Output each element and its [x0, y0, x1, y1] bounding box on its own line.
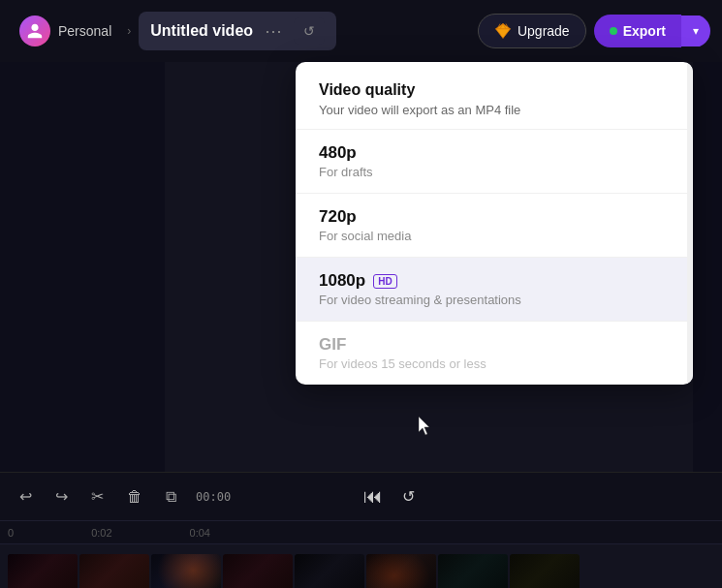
title-area: Untitled video ⋯ ↺ [139, 12, 336, 50]
quality-gif-label: GIF [319, 335, 670, 355]
play-button[interactable]: ↺ [402, 487, 415, 506]
controls-bar: ↩ ↪ ✂ 🗑 ⧉ 00:00 ⏮ ↺ [0, 472, 722, 520]
personal-label: Personal [58, 23, 111, 39]
quality-720p-desc: For social media [319, 229, 670, 243]
thumb-frame-1: 🔊 [8, 554, 78, 588]
quality-1080p-desc: For video streaming & presentations [319, 293, 670, 307]
timeline-track[interactable]: 🔊 [0, 544, 722, 588]
dropdown-header: Video quality Your video will export as … [296, 62, 693, 130]
thumb-frame-4 [223, 554, 293, 588]
diamond-icon [494, 22, 512, 40]
quality-480p-label: 480p [319, 143, 670, 163]
upgrade-label: Upgrade [518, 23, 570, 39]
export-status-dot [610, 27, 617, 35]
thumb-frame-5 [295, 554, 364, 588]
skip-back-button[interactable]: ⏮ [363, 485, 383, 508]
scrollbar[interactable] [687, 62, 693, 385]
history-button[interactable]: ↺ [294, 17, 325, 45]
quality-option-gif[interactable]: GIF For videos 15 seconds or less [296, 322, 693, 385]
quality-gif-desc: For videos 15 seconds or less [319, 356, 670, 371]
dropdown-title: Video quality [319, 81, 670, 99]
personal-button[interactable]: Personal [12, 10, 119, 52]
export-main: Export [594, 15, 681, 47]
ruler-mark-2: 0:04 [190, 527, 210, 539]
avatar [19, 15, 50, 46]
topbar: Personal › Untitled video ⋯ ↺ Upgrade Ex… [0, 0, 722, 62]
breadcrumb-chevron: › [127, 24, 131, 38]
quality-option-1080p[interactable]: 1080p HD For video streaming & presentat… [296, 258, 693, 321]
timeline-area: 0 0:02 0:04 🔊 [0, 520, 722, 588]
hd-badge: HD [373, 274, 396, 289]
quality-480p-desc: For drafts [319, 165, 670, 179]
video-quality-dropdown: Video quality Your video will export as … [296, 62, 693, 385]
redo-button[interactable]: ↪ [51, 483, 72, 510]
track-thumbnails: 🔊 [8, 554, 580, 588]
thumb-frame-3 [151, 554, 221, 588]
ruler-mark-0: 0 [8, 527, 14, 539]
quality-720p-label: 720p [319, 207, 670, 227]
ruler-mark-1: 0:02 [91, 527, 111, 539]
left-sidebar [0, 62, 165, 472]
export-dropdown-chevron[interactable]: ▾ [681, 15, 710, 46]
quality-option-480p[interactable]: 480p For drafts [296, 130, 693, 193]
project-title: Untitled video [150, 22, 253, 40]
thumb-frame-8 [510, 554, 580, 588]
thumb-frame-7 [438, 554, 508, 588]
quality-1080p-label: 1080p HD [319, 271, 670, 291]
thumb-frame-6 [366, 554, 436, 588]
thumb-frame-2 [79, 554, 149, 588]
undo-button[interactable]: ↩ [16, 483, 36, 510]
dropdown-subtitle: Your video will export as an MP4 file [319, 103, 670, 117]
export-button[interactable]: Export ▾ [594, 15, 710, 47]
more-options-button[interactable]: ⋯ [261, 18, 286, 44]
upgrade-button[interactable]: Upgrade [478, 14, 586, 48]
timeline-ruler: 0 0:02 0:04 [0, 521, 722, 544]
quality-option-720p[interactable]: 720p For social media [296, 194, 693, 257]
right-panel [693, 62, 722, 472]
